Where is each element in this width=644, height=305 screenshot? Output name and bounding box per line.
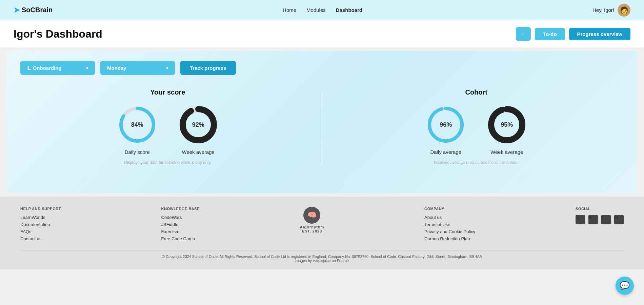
footer-contact[interactable]: Contact us [20,236,61,241]
cohort-daily-label: Daily average [430,149,461,155]
title-actions: ← To-do Progress overview [516,27,630,41]
daily-score-value: 84% [131,121,143,128]
algorhythm-logo-text: AlgorhythmEST. 2023 [300,225,324,233]
footer-carbon[interactable]: Carbon Reduction Plan [424,236,475,241]
footer-documentation[interactable]: Documentation [20,222,61,227]
footer-logo-area: 🧠 AlgorhythmEST. 2023 [300,207,324,243]
cohort-group: Cohort 96% Daily average [329,88,624,165]
social-facebook[interactable]: f [601,215,611,224]
back-button[interactable]: ← [516,27,531,41]
day-dropdown-label: Monday [107,65,126,71]
cohort-daily-value: 96% [440,121,452,128]
todo-button[interactable]: To-do [535,28,565,40]
images-credit: Images by vectorjuice on Freepik [20,259,624,263]
header: ➤ SoCBrain Home Modules Dashboard Hey, I… [0,0,644,20]
user-area: Hey, Igor! 🧑 [592,4,630,17]
your-score-note: Displays your data for selected week & d… [20,160,315,165]
footer-bottom: © Copyright 2024 School of Code. All Rig… [20,250,624,263]
week-average-value: 92% [192,121,204,128]
cohort-note: Displays average data across the entire … [329,160,624,165]
cohort-week-average-item: 95% Week average [486,104,527,155]
cohort-daily-item: 96% Daily average [425,104,466,155]
module-dropdown-arrow-icon: ▾ [86,66,88,70]
cohort-charts: 96% Daily average 95% Week average [329,104,624,155]
progress-overview-button[interactable]: Progress overview [569,28,630,40]
footer-social-heading: SOCIAL [576,207,624,211]
logo-arrow-icon: ➤ [14,6,20,15]
logo[interactable]: ➤ SoCBrain [14,6,53,15]
footer-company: COMPANY About us Terms of Use Privacy an… [424,207,475,243]
footer-help: HELP AND SUPPORT LearnWorlds Documentati… [20,207,61,243]
avatar: 🧑 [618,4,630,17]
cohort-week-average-label: Week average [490,149,523,155]
day-dropdown[interactable]: Monday ▾ [100,61,175,75]
week-average-label: Week average [182,149,215,155]
section-divider [322,88,322,165]
week-average-item: 92% Week average [178,104,219,155]
daily-score-donut: 84% [117,104,158,145]
footer-jsfiddle[interactable]: JSFiddle [161,222,200,227]
your-score-charts: 84% Daily score 92% Week average [20,104,315,155]
footer-knowledge-heading: KNOWLEDGE BASE [161,207,200,211]
scores-wrapper: Your score 84% Daily score [20,88,624,165]
daily-score-item: 84% Daily score [117,104,158,155]
footer-terms[interactable]: Terms of Use [424,222,475,227]
footer-faqs[interactable]: FAQs [20,229,61,234]
your-score-title: Your score [20,88,315,96]
logo-text: SoCBrain [22,6,53,14]
your-score-group: Your score 84% Daily score [20,88,315,165]
footer-company-heading: COMPANY [424,207,475,211]
controls: 1. Onboarding ▾ Monday ▾ Track progress [20,61,624,75]
nav-dashboard[interactable]: Dashboard [336,7,362,13]
cohort-week-average-value: 95% [501,121,513,128]
social-x[interactable]: 𝕏 [576,215,585,224]
main-content: 1. Onboarding ▾ Monday ▾ Track progress … [7,51,637,193]
footer-privacy[interactable]: Privacy and Cookie Policy [424,229,475,234]
footer-knowledge: KNOWLEDGE BASE CodeWars JSFiddle Exercis… [161,207,200,243]
social-youtube[interactable]: ▶ [588,215,598,224]
page-title: Igor's Dashboard [14,28,102,40]
user-greeting: Hey, Igor! [592,7,614,13]
footer-exercism[interactable]: Exercism [161,229,200,234]
footer-learnworlds[interactable]: LearnWorlds [20,215,61,220]
footer-about[interactable]: About us [424,215,475,220]
cohort-daily-donut: 96% [425,104,466,145]
algorhythm-logo-icon: 🧠 [303,207,320,224]
cohort-title: Cohort [329,88,624,96]
footer-social: SOCIAL 𝕏 ▶ f in [576,207,624,243]
title-bar: Igor's Dashboard ← To-do Progress overvi… [0,20,644,47]
week-average-donut: 92% [178,104,219,145]
nav-home[interactable]: Home [283,7,296,13]
footer-freecodecamp[interactable]: Free Code Camp [161,236,200,241]
module-dropdown-label: 1. Onboarding [27,65,62,71]
copyright-text: © Copyright 2024 School of Code. All Rig… [20,255,624,259]
social-icons: 𝕏 ▶ f in [576,215,624,226]
social-linkedin[interactable]: in [614,215,624,224]
module-dropdown[interactable]: 1. Onboarding ▾ [20,61,95,75]
nav-modules[interactable]: Modules [306,7,326,13]
footer-logo: 🧠 AlgorhythmEST. 2023 [300,207,324,233]
daily-score-label: Daily score [125,149,150,155]
cohort-week-average-donut: 95% [486,104,527,145]
footer-help-heading: HELP AND SUPPORT [20,207,61,211]
day-dropdown-arrow-icon: ▾ [166,66,168,70]
footer: HELP AND SUPPORT LearnWorlds Documentati… [0,197,644,269]
main-nav: Home Modules Dashboard [283,7,362,13]
footer-codewars[interactable]: CodeWars [161,215,200,220]
footer-top: HELP AND SUPPORT LearnWorlds Documentati… [20,207,624,243]
track-progress-button[interactable]: Track progress [180,61,236,75]
